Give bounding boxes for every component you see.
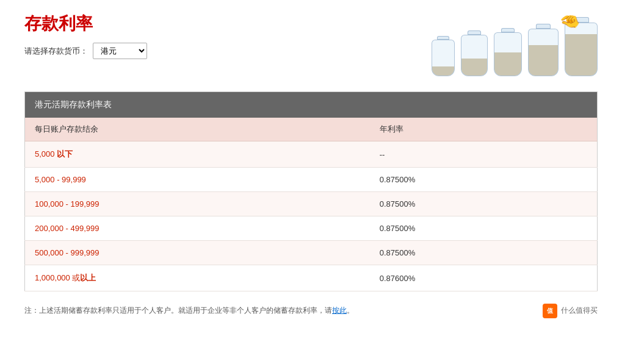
footer-note: 注：上述活期储蓄存款利率只适用于个人客户。就适用于企业等非个人客户的储蓄存款利率… <box>24 304 598 318</box>
jar-3-fill <box>494 52 521 76</box>
jar-1 <box>432 36 455 76</box>
note-prefix: 注：上述活期储蓄存款利率只适用于个人客户。就适用于企业等非个人客户的储蓄存款利率… <box>24 306 332 315</box>
jar-4-top <box>536 24 551 29</box>
rate-cell-6: 0.87600% <box>370 265 598 291</box>
page-wrapper: 存款利率 请选择存款货币： 港元 人民币 美元 英镑 欧元 🤏 <box>0 0 622 337</box>
footer-note-text: 注：上述活期储蓄存款利率只适用于个人客户。就适用于企业等非个人客户的储蓄存款利率… <box>24 305 530 316</box>
rate-cell-5: 0.87500% <box>370 241 598 265</box>
range-suffix-6: 以上 <box>80 273 96 282</box>
range-cell-3: 100,000 - 199,999 <box>25 192 370 216</box>
rate-cell-1: -- <box>370 141 598 168</box>
range-cell-2: 5,000 - 99,999 <box>25 168 370 192</box>
jar-5-fill <box>565 34 597 76</box>
rate-cell-4: 0.87500% <box>370 216 598 241</box>
range-cell-1: 5,000 以下 <box>25 141 370 168</box>
table-section: 港元活期存款利率表 每日账户存款结余 年利率 5,000 以下 -- 5,000… <box>24 91 598 291</box>
jar-3 <box>494 28 522 76</box>
currency-selector: 请选择存款货币： 港元 人民币 美元 英镑 欧元 <box>24 43 147 59</box>
table-row: 200,000 - 499,999 0.87500% <box>25 216 598 241</box>
range-cell-6: 1,000,000 或以上 <box>25 265 370 291</box>
jar-3-body <box>494 32 522 76</box>
jar-2-top <box>468 30 481 35</box>
rate-cell-2: 0.87500% <box>370 168 598 192</box>
currency-select[interactable]: 港元 人民币 美元 英镑 欧元 <box>93 43 147 59</box>
brand-icon: 值 <box>543 304 557 318</box>
range-cell-4: 200,000 - 499,999 <box>25 216 370 241</box>
table-row: 100,000 - 199,999 0.87500% <box>25 192 598 216</box>
jar-3-top <box>501 28 515 32</box>
jar-4-fill <box>529 45 558 76</box>
jar-2-fill <box>461 59 487 76</box>
header-image: 🤏 <box>427 12 598 79</box>
col-header-balance: 每日账户存款结余 <box>25 118 370 141</box>
table-row: 1,000,000 或以上 0.87600% <box>25 265 598 291</box>
footer-brand: 值 什么值得买 <box>543 304 598 318</box>
jar-4 <box>528 24 559 76</box>
table-row: 5,000 - 99,999 0.87500% <box>25 168 598 192</box>
table-row: 500,000 - 999,999 0.87500% <box>25 241 598 265</box>
rate-cell-3: 0.87500% <box>370 192 598 216</box>
table-header-title: 港元活期存款利率表 <box>25 92 598 118</box>
currency-selector-label: 请选择存款货币： <box>24 46 88 57</box>
jar-4-body <box>528 29 559 76</box>
jar-2-body <box>461 35 488 76</box>
rate-table: 港元活期存款利率表 每日账户存款结余 年利率 5,000 以下 -- 5,000… <box>24 91 598 291</box>
header-section: 存款利率 请选择存款货币： 港元 人民币 美元 英镑 欧元 🤏 <box>24 12 598 79</box>
header-left: 存款利率 请选择存款货币： 港元 人民币 美元 英镑 欧元 <box>24 12 147 59</box>
page-title: 存款利率 <box>24 12 147 35</box>
table-header-row: 港元活期存款利率表 <box>25 92 598 118</box>
table-row: 5,000 以下 -- <box>25 141 598 168</box>
col-header-rate: 年利率 <box>370 118 598 141</box>
jar-2 <box>461 30 488 76</box>
jar-1-fill <box>432 66 454 76</box>
col-header-row: 每日账户存款结余 年利率 <box>25 118 598 141</box>
note-link[interactable]: 按此 <box>332 306 347 315</box>
range-suffix-1: 以下 <box>57 149 73 159</box>
range-cell-5: 500,000 - 999,999 <box>25 241 370 265</box>
table-body: 5,000 以下 -- 5,000 - 99,999 0.87500% 100,… <box>25 141 598 291</box>
jar-1-body <box>432 40 455 76</box>
note-suffix: 。 <box>347 306 354 315</box>
brand-name: 什么值得买 <box>561 305 598 316</box>
